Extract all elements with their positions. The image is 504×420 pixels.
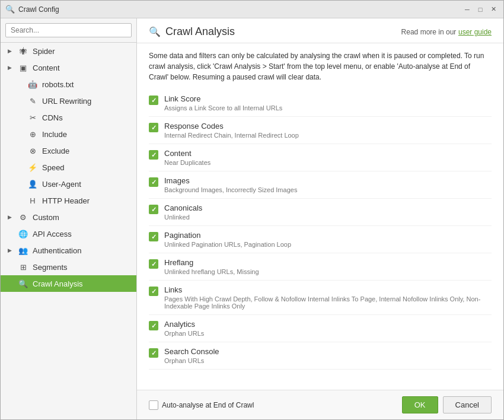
- sidebar-item-segments[interactable]: ⊞Segments: [1, 259, 136, 275]
- sidebar-item-spider[interactable]: ▶🕷Spider: [1, 43, 136, 59]
- sidebar-label-api-access: API Access: [33, 230, 130, 238]
- titlebar-controls: ─ □ ✕: [462, 4, 499, 15]
- crawl-item-content-pagination: PaginationUnlinked Pagination URLs, Pagi…: [164, 231, 492, 248]
- crawl-checkbox-content[interactable]: [149, 150, 158, 160]
- crawl-item-name-link-score: Link Score: [164, 94, 492, 103]
- sidebar-item-content[interactable]: ▶▣Content: [1, 59, 136, 76]
- crawl-item-content-analytics: AnalyticsOrphan URLs: [164, 320, 492, 337]
- titlebar: 🔍 Crawl Config ─ □ ✕: [1, 1, 503, 18]
- crawl-item-desc-pagination: Unlinked Pagination URLs, Pagination Loo…: [164, 241, 492, 248]
- auto-analyse-checkbox[interactable]: [149, 400, 158, 410]
- sidebar-label-exclude: Exclude: [42, 147, 130, 155]
- crawl-item-content-content: ContentNear Duplicates: [164, 149, 492, 166]
- button-group: OK Cancel: [402, 396, 492, 413]
- sidebar-label-content: Content: [33, 63, 130, 72]
- crawl-item-name-search-console: Search Console: [164, 347, 492, 356]
- crawl-item-images: ImagesBackground Images, Incorrectly Siz…: [149, 171, 492, 199]
- crawl-items-container: Link ScoreAssigns a Link Score to all In…: [137, 90, 503, 390]
- user-guide-link[interactable]: user guide: [458, 28, 492, 36]
- sidebar-icon-http-header: H: [28, 196, 37, 205]
- crawl-item-desc-response-codes: Internal Redirect Chain, Internal Redire…: [164, 132, 492, 139]
- main-title-wrap: 🔍 Crawl Analysis: [149, 26, 235, 38]
- crawl-checkbox-analytics[interactable]: [149, 321, 158, 330]
- sidebar-icon-exclude: ⊗: [28, 146, 37, 155]
- sidebar-icon-cdns: ✂: [28, 113, 37, 122]
- sidebar-icon-user-agent: 👤: [28, 179, 37, 189]
- titlebar-left: 🔍 Crawl Config: [5, 5, 59, 14]
- main-title: Crawl Analysis: [165, 26, 235, 38]
- auto-analyse-wrap: Auto-analyse at End of Crawl: [149, 400, 254, 410]
- crawl-checkbox-search-console[interactable]: [149, 348, 158, 358]
- crawl-checkbox-pagination[interactable]: [149, 232, 158, 241]
- sidebar-icon-include: ⊕: [28, 129, 37, 139]
- sidebar-item-crawl-analysis[interactable]: 🔍Crawl Analysis: [1, 275, 136, 292]
- crawl-item-name-canonicals: Canonicals: [164, 203, 492, 212]
- crawl-item-content-search-console: Search ConsoleOrphan URLs: [164, 347, 492, 364]
- sidebar-label-include: Include: [42, 130, 130, 139]
- sidebar-item-cdns[interactable]: ✂CDNs: [1, 109, 136, 126]
- crawl-item-response-codes: Response CodesInternal Redirect Chain, I…: [149, 117, 492, 144]
- crawl-item-desc-link-score: Assigns a Link Score to all Internal URL…: [164, 104, 492, 112]
- sidebar-item-url-rewriting[interactable]: ✎URL Rewriting: [1, 93, 136, 109]
- crawl-checkbox-response-codes[interactable]: [149, 123, 158, 132]
- sidebar-label-url-rewriting: URL Rewriting: [42, 97, 130, 106]
- ok-button[interactable]: OK: [402, 396, 438, 413]
- sidebar-item-api-access[interactable]: 🌐API Access: [1, 225, 136, 242]
- window-icon: 🔍: [5, 5, 15, 14]
- sidebar-item-speed[interactable]: ⚡Speed: [1, 159, 136, 176]
- crawl-item-content-response-codes: Response CodesInternal Redirect Chain, I…: [164, 122, 492, 139]
- sidebar-label-crawl-analysis: Crawl Analysis: [33, 279, 130, 288]
- crawl-checkbox-images[interactable]: [149, 177, 158, 187]
- sidebar-item-robots-txt[interactable]: 🤖robots.txt: [1, 76, 136, 93]
- sidebar-label-user-agent: User-Agent: [42, 180, 130, 189]
- content-area: ▶🕷Spider▶▣Content🤖robots.txt✎URL Rewriti…: [1, 18, 503, 419]
- bottom-bar: Auto-analyse at End of Crawl OK Cancel: [137, 390, 503, 419]
- main-panel: 🔍 Crawl Analysis Read more in our user g…: [137, 18, 503, 419]
- crawl-config-window: 🔍 Crawl Config ─ □ ✕ ▶🕷Spider▶▣Content🤖r…: [0, 0, 504, 420]
- search-input[interactable]: [5, 23, 132, 37]
- sidebar-item-user-agent[interactable]: 👤User-Agent: [1, 176, 136, 192]
- info-text: Some data and filters can only be calcul…: [137, 43, 503, 90]
- chevron-icon: ▶: [8, 247, 14, 253]
- crawl-checkbox-link-score[interactable]: [149, 96, 158, 105]
- crawl-checkbox-hreflang[interactable]: [149, 259, 158, 269]
- sidebar-icon-speed: ⚡: [28, 163, 37, 172]
- crawl-checkbox-canonicals[interactable]: [149, 205, 158, 214]
- main-header: 🔍 Crawl Analysis Read more in our user g…: [137, 18, 503, 43]
- chevron-icon: ▶: [8, 65, 14, 71]
- close-button[interactable]: ✕: [488, 4, 499, 15]
- crawl-item-content-links: LinksPages With High Crawl Depth, Follow…: [164, 285, 492, 310]
- main-title-icon: 🔍: [149, 26, 161, 37]
- crawl-item-name-content: Content: [164, 149, 492, 158]
- sidebar-item-exclude[interactable]: ⊗Exclude: [1, 142, 136, 159]
- crawl-item-desc-links: Pages With High Crawl Depth, Follow & No…: [164, 295, 492, 310]
- window-title: Crawl Config: [18, 5, 59, 14]
- crawl-item-content-images: ImagesBackground Images, Incorrectly Siz…: [164, 176, 492, 193]
- crawl-item-pagination: PaginationUnlinked Pagination URLs, Pagi…: [149, 226, 492, 253]
- crawl-item-name-links: Links: [164, 285, 492, 294]
- sidebar-icon-url-rewriting: ✎: [28, 96, 37, 106]
- crawl-items-list: Link ScoreAssigns a Link Score to all In…: [149, 90, 492, 370]
- maximize-button[interactable]: □: [475, 4, 486, 15]
- minimize-button[interactable]: ─: [462, 4, 473, 15]
- cancel-button[interactable]: Cancel: [443, 396, 492, 413]
- sidebar-label-speed: Speed: [42, 163, 130, 172]
- crawl-item-name-response-codes: Response Codes: [164, 122, 492, 131]
- crawl-item-name-analytics: Analytics: [164, 320, 492, 329]
- crawl-item-search-console: Search ConsoleOrphan URLs: [149, 342, 492, 370]
- sidebar-icon-custom: ⚙: [18, 212, 28, 222]
- sidebar-item-include[interactable]: ⊕Include: [1, 126, 136, 142]
- sidebar-item-custom[interactable]: ▶⚙Custom: [1, 209, 136, 225]
- sidebar-icon-robots-txt: 🤖: [28, 79, 37, 89]
- sidebar-item-http-header[interactable]: HHTTP Header: [1, 192, 136, 209]
- crawl-item-content-canonicals: CanonicalsUnlinked: [164, 203, 492, 221]
- crawl-checkbox-links[interactable]: [149, 287, 158, 296]
- crawl-item-name-hreflang: Hreflang: [164, 258, 492, 267]
- crawl-item-canonicals: CanonicalsUnlinked: [149, 199, 492, 226]
- sidebar-label-segments: Segments: [33, 263, 130, 272]
- user-guide-wrap: Read more in our user guide: [401, 27, 492, 36]
- sidebar-item-authentication[interactable]: ▶👥Authentication: [1, 242, 136, 259]
- crawl-item-analytics: AnalyticsOrphan URLs: [149, 315, 492, 342]
- sidebar-label-spider: Spider: [33, 47, 130, 56]
- sidebar-label-robots-txt: robots.txt: [42, 80, 130, 89]
